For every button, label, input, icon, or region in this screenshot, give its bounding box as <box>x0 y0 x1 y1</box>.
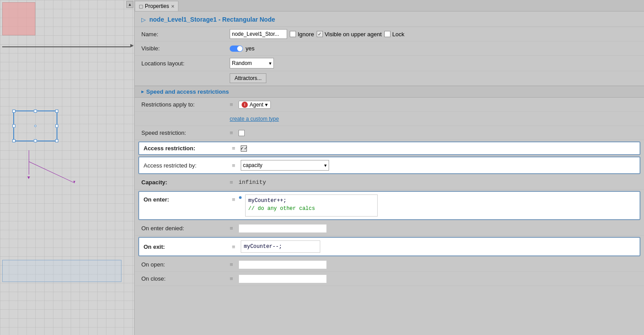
tab-properties[interactable]: ▢ Properties ✕ <box>135 1 178 11</box>
visible-label: Visible: <box>141 45 230 52</box>
agent-icon: ! <box>242 102 248 108</box>
on-enter-inner: On enter: ≡ myCounter++; // do any other… <box>144 194 635 217</box>
section-arrow-icon: ▸ <box>141 89 144 95</box>
access-restriction-row: Access restriction: ≡ ✓ <box>138 141 640 155</box>
on-open-row: On open: ≡ <box>135 258 644 272</box>
on-exit-code-editor[interactable]: myCounter--; <box>241 240 320 253</box>
lock-checkbox-container: Lock <box>384 31 404 38</box>
ignore-checkbox-container: Ignore <box>290 31 314 38</box>
on-enter-controls: ≡ myCounter++; // do any other calcs <box>232 194 635 217</box>
tab-close-button[interactable]: ✕ <box>171 4 174 9</box>
capacity-label: Capacity: <box>141 179 230 186</box>
speed-restriction-checkbox[interactable] <box>239 130 245 136</box>
locations-layout-label: Locations layout: <box>141 60 230 67</box>
on-enter-label: On enter: <box>144 194 232 203</box>
on-enter-denied-code[interactable] <box>239 224 327 233</box>
attractors-row: Attractors... <box>135 71 644 86</box>
visible-upper-checkbox[interactable] <box>317 31 323 37</box>
attractors-button[interactable]: Attractors... <box>230 73 266 83</box>
speed-section-label: Speed and access restrictions <box>146 88 229 95</box>
on-enter-line2: // do any other calcs <box>248 206 315 212</box>
access-restricted-by-inner: Access restricted by: ≡ capacity probabi… <box>144 160 635 171</box>
purple-arrow-vertical <box>29 150 29 175</box>
visible-value: yes <box>246 45 254 52</box>
lock-checkbox[interactable] <box>384 31 390 37</box>
handle-br[interactable] <box>55 139 58 142</box>
on-enter-code-editor[interactable]: myCounter++; // do any other calcs <box>245 194 378 217</box>
canvas-panel: ▲ <box>0 0 135 335</box>
lock-label: Lock <box>392 31 404 38</box>
access-restricted-by-select[interactable]: capacity probability resource <box>241 160 329 171</box>
eq-icon-speed: ≡ <box>230 129 236 136</box>
on-open-code[interactable] <box>239 260 327 269</box>
handle-tc[interactable] <box>34 110 37 113</box>
locations-layout-select[interactable]: Random <box>230 58 274 69</box>
visible-upper-checkbox-container: Visible on upper agent <box>317 31 382 38</box>
name-input[interactable] <box>230 29 287 39</box>
access-restriction-checkbox[interactable]: ✓ <box>241 145 247 152</box>
properties-panel: ▢ Properties ✕ ▷ node_Level1_Storage1 - … <box>135 0 644 335</box>
access-restricted-by-select-wrapper: capacity probability resource <box>241 160 329 171</box>
arrow-line <box>2 46 130 47</box>
on-close-controls: ≡ <box>230 274 637 283</box>
restrictions-label: Restrictions apply to: <box>141 101 230 108</box>
visible-controls: yes <box>230 45 637 52</box>
handle-tl[interactable] <box>12 110 15 113</box>
pink-rect <box>2 2 35 35</box>
handle-bl[interactable] <box>12 139 15 142</box>
on-close-label: On close: <box>141 275 230 282</box>
capacity-value: infinity <box>239 179 266 186</box>
on-exit-label: On exit: <box>144 244 232 250</box>
on-enter-row: On enter: ≡ myCounter++; // do any other… <box>138 191 640 220</box>
ignore-checkbox[interactable] <box>290 31 296 37</box>
ignore-label: Ignore <box>298 31 314 38</box>
speed-restriction-label: Speed restriction: <box>141 129 230 136</box>
eq-icon-capacity: ≡ <box>230 179 236 186</box>
access-restricted-by-label: Access restricted by: <box>144 162 232 169</box>
handle-center <box>34 125 37 127</box>
eq-icon-restricted-by: ≡ <box>232 162 238 169</box>
capacity-controls: ≡ infinity <box>230 179 637 186</box>
create-custom-link[interactable]: create a custom type <box>230 116 279 122</box>
restrictions-controls: ≡ ! Agent ▾ <box>230 101 637 109</box>
access-restricted-by-controls: ≡ capacity probability resource <box>232 160 635 171</box>
panel-content: ▷ node_Level1_Storage1 - Rectangular Nod… <box>135 11 644 335</box>
eq-icon-on-enter: ≡ <box>232 196 238 203</box>
access-restriction-inner: Access restriction: ≡ ✓ <box>144 145 635 152</box>
name-label: Name: <box>141 31 230 38</box>
on-enter-grip: ≡ <box>232 194 242 203</box>
access-restriction-controls: ≡ ✓ <box>232 145 635 152</box>
name-row: Name: Ignore Visible on upper agent Lock <box>135 27 644 42</box>
eq-icon-restrictions: ≡ <box>230 101 236 108</box>
on-open-controls: ≡ <box>230 260 637 269</box>
blue-rect-selection[interactable] <box>13 110 57 141</box>
on-enter-denied-label: On enter denied: <box>141 225 230 232</box>
speed-section-header: ▸ Speed and access restrictions <box>135 86 644 98</box>
on-enter-denied-row: On enter denied: ≡ <box>135 221 644 236</box>
on-enter-indicator <box>239 196 242 199</box>
locations-layout-row: Locations layout: Random <box>135 56 644 71</box>
light-blue-rect <box>2 260 121 282</box>
title-icon: ▷ <box>141 16 146 23</box>
agent-badge: ! Agent ▾ <box>239 101 271 109</box>
on-exit-row: On exit: ≡ myCounter--; <box>138 237 640 256</box>
handle-bc[interactable] <box>34 139 37 142</box>
speed-restriction-controls: ≡ <box>230 129 637 136</box>
on-enter-line1: myCounter++; <box>248 198 286 204</box>
name-controls: Ignore Visible on upper agent Lock <box>230 29 637 39</box>
canvas-grid <box>0 0 134 335</box>
tab-properties-label: Properties <box>145 3 169 9</box>
handle-ml[interactable] <box>12 125 15 128</box>
on-close-code[interactable] <box>239 274 327 283</box>
visible-row: Visible: yes <box>135 42 644 56</box>
locations-layout-select-wrapper: Random <box>230 58 274 69</box>
on-exit-controls: ≡ myCounter--; <box>232 240 635 253</box>
title-row: ▷ node_Level1_Storage1 - Rectangular Nod… <box>135 11 644 27</box>
handle-mr[interactable] <box>55 125 58 128</box>
on-close-row: On close: ≡ <box>135 272 644 286</box>
eq-icon-access: ≡ <box>232 145 238 152</box>
agent-dropdown-arrow: ▾ <box>265 102 268 108</box>
visible-toggle[interactable] <box>230 46 243 52</box>
locations-layout-controls: Random <box>230 58 637 69</box>
handle-tr[interactable] <box>55 110 58 113</box>
